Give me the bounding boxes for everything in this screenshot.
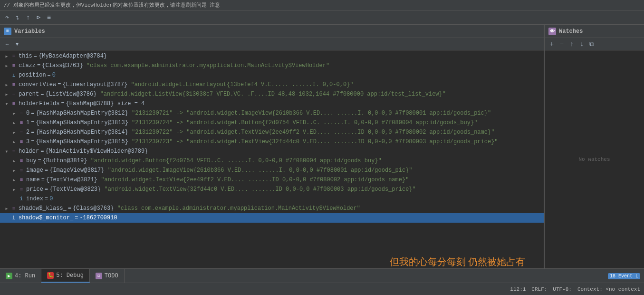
expand-arrow-hf0[interactable] bbox=[11, 110, 17, 116]
toolbar-step-over[interactable]: ↷ bbox=[3, 13, 11, 22]
var-eq-shadow_monitor: = bbox=[75, 215, 78, 221]
var-name-clazz: clazz bbox=[19, 62, 36, 69]
expand-arrow-image[interactable] bbox=[11, 167, 17, 173]
tab-todo[interactable]: ☑ TODO bbox=[90, 269, 125, 283]
var-name-shadow_klass: shadow$_klass_ bbox=[19, 205, 67, 212]
watches-add-icon[interactable]: + bbox=[548, 40, 556, 49]
tree-row-buy[interactable]: ≡buy = {Button@3819} "android.widget.But… bbox=[0, 156, 544, 166]
var-icon-hf0: ≡ bbox=[18, 110, 25, 117]
var-eq-holder: = bbox=[40, 148, 44, 155]
var-icon-holder: ≡ bbox=[10, 148, 17, 155]
watches-remove-icon[interactable]: − bbox=[557, 40, 566, 49]
tree-row-convertView[interactable]: ≡convertView = {LinearLayout@3787} "andr… bbox=[0, 80, 544, 89]
var-eq-holderFields: = bbox=[61, 100, 64, 107]
watches-toolbar: + − ↑ ↓ ⧉ bbox=[545, 38, 644, 50]
tree-row-position[interactable]: iposition = 0 bbox=[0, 70, 544, 80]
expand-arrow-hf1[interactable] bbox=[11, 120, 17, 126]
variables-icon: ≡ bbox=[4, 28, 11, 35]
variables-title: Variables bbox=[14, 28, 45, 35]
var-name-hf2: 2 bbox=[26, 129, 29, 136]
watches-down-icon[interactable]: ↓ bbox=[577, 40, 586, 49]
tree-row-hf3[interactable]: ≡3 = {HashMap$HashMapEntry@3815} "213123… bbox=[0, 137, 544, 147]
var-name-name: name bbox=[26, 177, 40, 183]
expand-arrow-this[interactable] bbox=[4, 53, 10, 59]
var-icon-shadow_monitor: i bbox=[10, 215, 17, 221]
status-bar: 112:1 CRLF: UTF-8: Context: <no context bbox=[0, 283, 644, 295]
expand-arrow-clazz[interactable] bbox=[4, 63, 10, 69]
expand-arrow-buy[interactable] bbox=[11, 158, 17, 164]
tree-row-shadow_monitor[interactable]: ishadow$_monitor_ = -1862700910 bbox=[0, 213, 544, 223]
vars-filter-icon[interactable]: ▼ bbox=[13, 40, 21, 49]
var-icon-price: ≡ bbox=[18, 186, 25, 193]
no-watches-label: No watches bbox=[578, 157, 610, 162]
vars-back-icon[interactable]: ← bbox=[3, 40, 11, 49]
var-val-this: {MyBaseAdapter@3784} bbox=[38, 53, 107, 59]
var-eq-hf0: = bbox=[31, 110, 34, 117]
var-name-this: this bbox=[19, 53, 32, 59]
var-val-convertView: {LinearLayout@3787} "android.widget.Line… bbox=[62, 81, 353, 88]
expand-arrow-name[interactable] bbox=[11, 177, 17, 183]
tab-debug-label: 5: Debug bbox=[56, 272, 84, 279]
watches-copy-icon[interactable]: ⧉ bbox=[587, 40, 596, 49]
expand-arrow-hf3[interactable] bbox=[11, 139, 17, 145]
top-bar-text: // 对象的布局已经发生更改，但ViewHolder的对象位置没有效更改，请注意… bbox=[4, 1, 220, 9]
tree-row-shadow_klass[interactable]: ≡shadow$_klass_ = {Class@3763} "class co… bbox=[0, 204, 544, 213]
var-val-hf3: {HashMap$HashMapEntry@3815} "2131230723"… bbox=[36, 138, 498, 145]
variables-toolbar: ← ▼ bbox=[0, 38, 544, 50]
tree-row-name[interactable]: ≡name = {TextView@3821} "android.widget.… bbox=[0, 175, 544, 185]
expand-arrow-convertView[interactable] bbox=[4, 82, 10, 88]
tab-run[interactable]: ▶ 4: Run bbox=[0, 269, 41, 283]
tree-row-hf2[interactable]: ≡2 = {HashMap$HashMapEntry@3814} "213123… bbox=[0, 128, 544, 137]
var-val-price: {TextView@3823} "android.widget.TextView… bbox=[49, 186, 416, 193]
var-name-hf3: 3 bbox=[26, 138, 29, 145]
tree-row-price[interactable]: ≡price = {TextView@3823} "android.widget… bbox=[0, 185, 544, 194]
var-icon-hf2: ≡ bbox=[18, 129, 25, 136]
tree-row-parent[interactable]: ≡parent = {ListView@3786} "android.widge… bbox=[0, 89, 544, 99]
var-val-clazz: {Class@3763} "class com.example.administ… bbox=[42, 62, 329, 69]
toolbar-step-into[interactable]: ↴ bbox=[13, 13, 22, 22]
var-val-buy: {Button@3819} "android.widget.Button{f2d… bbox=[43, 157, 382, 164]
tree-row-clazz[interactable]: ≡clazz = {Class@3763} "class com.example… bbox=[0, 61, 544, 70]
tree-row-index[interactable]: iindex = 0 bbox=[0, 194, 544, 204]
var-eq-index: = bbox=[45, 196, 48, 202]
expand-arrow-holder[interactable] bbox=[4, 148, 10, 154]
tree-row-image[interactable]: ≡image = {ImageView@3817} "android.widge… bbox=[0, 166, 544, 175]
var-val-shadow_monitor: -1862700910 bbox=[79, 215, 117, 221]
var-icon-clazz: ≡ bbox=[10, 62, 17, 69]
toolbar-step-out[interactable]: ↑ bbox=[24, 13, 32, 22]
toolbar-run-to-cursor[interactable]: ⊳ bbox=[34, 13, 43, 22]
watches-panel: 👁 Watches + − ↑ ↓ ⧉ No watches bbox=[544, 25, 644, 268]
tab-debug[interactable]: 🐛 5: Debug bbox=[41, 269, 90, 283]
tree-row-hf0[interactable]: ≡0 = {HashMap$HashMapEntry@3812} "213123… bbox=[0, 108, 544, 118]
var-icon-hf3: ≡ bbox=[18, 138, 25, 145]
expand-arrow-holderFields[interactable] bbox=[4, 101, 10, 107]
tree-row-hf1[interactable]: ≡1 = {HashMap$HashMapEntry@3813} "213123… bbox=[0, 118, 544, 128]
toolbar-evaluate[interactable]: ≡ bbox=[45, 13, 53, 22]
expand-arrow-hf2[interactable] bbox=[11, 129, 17, 135]
var-icon-image: ≡ bbox=[18, 167, 25, 174]
var-eq-shadow_klass: = bbox=[68, 205, 71, 212]
expand-arrow-shadow_klass[interactable] bbox=[4, 206, 10, 211]
tree-row-holder[interactable]: ≡holder = {MainActivity$ViewHolder@3789} bbox=[0, 147, 544, 156]
var-name-hf0: 0 bbox=[26, 110, 29, 117]
var-name-holder: holder bbox=[19, 148, 39, 155]
main-toolbar: ↷ ↴ ↑ ⊳ ≡ bbox=[0, 10, 644, 25]
var-name-index: index bbox=[26, 196, 43, 202]
watches-header: 👁 Watches bbox=[545, 25, 644, 38]
top-bar: // 对象的布局已经发生更改，但ViewHolder的对象位置没有效更改，请注意… bbox=[0, 0, 644, 10]
var-eq-hf2: = bbox=[31, 129, 34, 136]
var-icon-this: ≡ bbox=[10, 53, 17, 59]
var-val-name: {TextView@3821} "android.widget.TextView… bbox=[46, 177, 409, 183]
var-name-price: price bbox=[26, 186, 43, 193]
tree-row-this[interactable]: ≡this = {MyBaseAdapter@3784} bbox=[0, 51, 544, 61]
expand-arrow-parent[interactable] bbox=[4, 91, 10, 97]
watches-title: Watches bbox=[559, 28, 583, 35]
var-icon-holderFields: ≡ bbox=[10, 100, 17, 107]
var-eq-position: = bbox=[48, 72, 51, 79]
tree-row-holderFields[interactable]: ≡holderFields = {HashMap@3788} size = 4 bbox=[0, 99, 544, 108]
expand-arrow-position bbox=[4, 72, 10, 78]
watches-up-icon[interactable]: ↑ bbox=[567, 40, 576, 49]
expand-arrow-price[interactable] bbox=[11, 187, 17, 192]
var-icon-index: i bbox=[18, 196, 25, 202]
status-line-ending: CRLF: bbox=[531, 286, 547, 292]
